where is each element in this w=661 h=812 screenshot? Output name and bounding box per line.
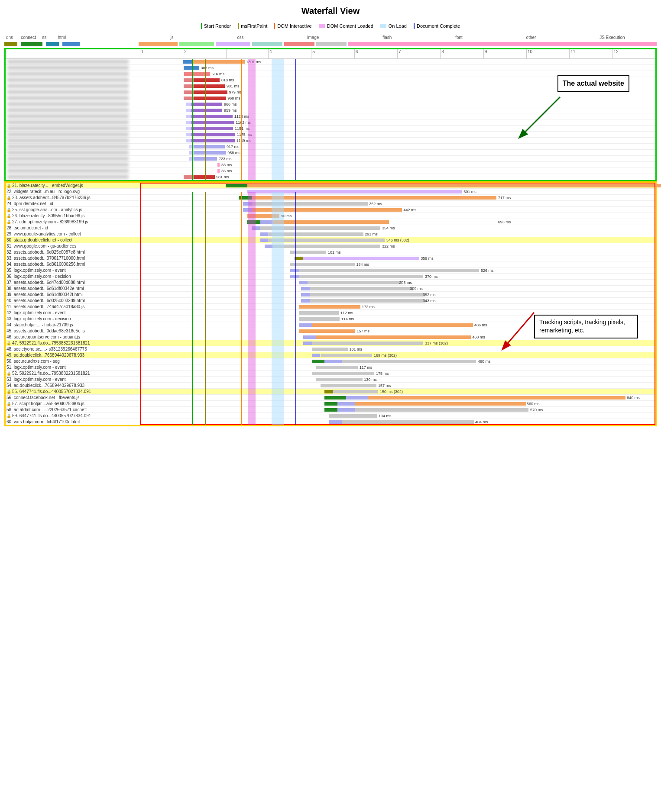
lock-icon: 🔒 bbox=[6, 196, 11, 200]
col-js-exec: JS Execution bbox=[599, 35, 625, 40]
bottom-row-32: 32. assets.adobedt...6d025c0087e8.html10… bbox=[6, 249, 655, 255]
url-text: 52. 5922921.fls.do...7953882231581821 bbox=[12, 371, 90, 376]
url-text: 23. assets.adobedt...8457a7b2476236.js bbox=[12, 195, 91, 200]
legend-start-render: Start Render bbox=[201, 23, 231, 29]
url-text: 32. assets.adobedt...6d025c0087e8.html bbox=[6, 250, 85, 255]
url-text: 33. assets.adobedt...370017710000.html bbox=[6, 256, 85, 261]
bottom-row-53: 53. logx.optimizely.com - event130 ms bbox=[6, 377, 655, 383]
url-text: 21. blaze.ratecity... - embedWidget.js bbox=[12, 183, 83, 188]
type-bar-font bbox=[284, 42, 314, 46]
top-row-2: 303 ms bbox=[6, 65, 655, 71]
url-text: 47. 5922921.fls.do...7953882231581821 bbox=[12, 341, 90, 345]
legend-bar: Start Render msFirstPaint DOM Interactiv… bbox=[4, 20, 657, 33]
bottom-row-25: 🔒25. ssl.google-ana...om - analytics.js4… bbox=[6, 207, 655, 213]
url-text: 49. ad.doubleclick...7668944029678.933 bbox=[6, 353, 84, 358]
bottom-row-51: 51. logx.optimizely.com - event117 ms bbox=[6, 364, 655, 371]
url-text: 25. ssl.google-ana...om - analytics.js bbox=[12, 207, 82, 212]
url-text: 57. script.hotjar....a558e0d025390b.js bbox=[12, 401, 84, 406]
type-bar-dns bbox=[4, 42, 17, 46]
url-text: 53. logx.optimizely.com - event bbox=[6, 377, 66, 382]
top-row-17: 723 ms bbox=[6, 156, 655, 162]
bottom-row-29: 29. www.google-analytics.com - collect29… bbox=[6, 231, 655, 237]
url-text: 31. www.google.com - ga-audiences bbox=[6, 244, 76, 248]
url-text: 38. assets.adobedt...6d61df00342e.html bbox=[6, 286, 84, 291]
col-other: other bbox=[526, 35, 536, 40]
bottom-row-35: 35. logx.optimizely.com - event526 ms bbox=[6, 267, 655, 274]
tick-10: 10 bbox=[526, 49, 569, 58]
bottom-row-23: 🔒23. assets.adobedt...8457a7b2476236.js7… bbox=[6, 195, 655, 201]
url-text: 50. secure.adnxs.com - seg bbox=[6, 359, 60, 364]
svg-line-3 bbox=[508, 313, 534, 343]
bottom-row-49: 49. ad.doubleclick...7668944029678.93316… bbox=[6, 352, 655, 358]
top-row-15: 917 ms bbox=[6, 144, 655, 150]
tick-5: 5 bbox=[311, 49, 354, 58]
lock-icon: 🔒 bbox=[6, 214, 11, 218]
url-text: 27. cdn.optimizely.com - 8269983199.js bbox=[12, 219, 88, 224]
bottom-row-39: 39. assets.adobedt...6d61df00342f.html35… bbox=[6, 292, 655, 298]
url-text: 26. blaze.ratecity...80955cf1bbac96.js bbox=[12, 213, 84, 218]
url-text: 37. assets.adobedt...6d47cd00d888.html bbox=[6, 280, 85, 285]
bottom-row-31: 31. www.google.com - ga-audiences322 ms bbox=[6, 243, 655, 249]
url-text: 36. logx.optimizely.com - decision bbox=[6, 274, 71, 279]
url-text: 35. logx.optimizely.com - event bbox=[6, 268, 66, 273]
bottom-row-59: 🔒59. 6447741.fls.do...4400557027834.0911… bbox=[6, 413, 655, 419]
col-flash: flash bbox=[382, 35, 392, 40]
lock-icon: 🔒 bbox=[6, 208, 11, 212]
tick-11: 11 bbox=[569, 49, 612, 58]
bottom-row-33: 33. assets.adobedt...370017710000.html35… bbox=[6, 255, 655, 261]
url-text: 34. assets.adobedt...6d3616000256.html bbox=[6, 262, 85, 267]
type-bar-other bbox=[316, 42, 347, 46]
annotation-actual-website: The actual website bbox=[557, 75, 629, 92]
bottom-row-24: 24. dpm.demdex.net - id352 ms bbox=[6, 201, 655, 207]
url-text: 29. www.google-analytics.com - collect bbox=[6, 232, 81, 236]
legend-document-complete: Document Complete bbox=[414, 23, 460, 29]
arrow-tracking bbox=[499, 308, 569, 351]
col-dns: dns bbox=[4, 35, 13, 40]
bottom-row-38: 38. assets.adobedt...6d61df00342e.html30… bbox=[6, 286, 655, 292]
bottom-row-56: 56. connect.facebook.net - fbevents.js84… bbox=[6, 395, 655, 401]
url-text: 60. vars.hotjar.com...fcb4f17100c.html bbox=[6, 419, 80, 424]
bottom-row-52: 🔒52. 5922921.fls.do...795388223158182117… bbox=[6, 371, 655, 377]
url-text: 44. static.hotjar.... - hotjar-21739.js bbox=[6, 322, 73, 327]
url-text: 56. connect.facebook.net - fbevents.js bbox=[6, 395, 79, 400]
bottom-row-36: 36. logx.optimizely.com - decision370 ms bbox=[6, 274, 655, 280]
bottom-row-57: 🔒57. script.hotjar....a558e0d025390b.js5… bbox=[6, 401, 655, 407]
col-ssl: ssl bbox=[42, 35, 47, 40]
top-row-1: 1301 ms bbox=[6, 59, 655, 65]
bottom-row-26: 🔒26. blaze.ratecity...80955cf1bbac96.js9… bbox=[6, 213, 655, 219]
url-text: 41. assets.adobedt...746d47ca018a80.js bbox=[6, 304, 84, 309]
bottom-section: 🔒21. blaze.ratecity... - embedWidget.js1… bbox=[4, 181, 657, 426]
bottom-row-30: 30. stats.g.doubleclick.net - collect346… bbox=[6, 237, 655, 243]
bottom-row-40: 40. assets.adobedt...6d025c0032d9.html34… bbox=[6, 298, 655, 304]
url-text: 30. stats.g.doubleclick.net - collect bbox=[6, 238, 72, 242]
tick-9: 9 bbox=[483, 49, 526, 58]
tick-6: 6 bbox=[354, 49, 397, 58]
tick-4: 4 bbox=[268, 49, 311, 58]
col-html: html bbox=[58, 35, 66, 40]
bottom-row-37: 37. assets.adobedt...6d47cd00d888.html29… bbox=[6, 280, 655, 286]
bottom-row-60: 60. vars.hotjar.com...fcb4f17100c.html40… bbox=[6, 419, 655, 425]
type-bar-js bbox=[139, 42, 178, 46]
bottom-row-28: 28. .sc.omtrdc.net - id354 ms bbox=[6, 225, 655, 231]
tick-7: 7 bbox=[397, 49, 440, 58]
type-bar-connect bbox=[21, 42, 42, 46]
bottom-row-58: 58. ad.atdmt.com - ...2202663571;cache=5… bbox=[6, 407, 655, 413]
top-row-18: 33 ms bbox=[6, 162, 655, 168]
url-text: 48. societyone.sc.....- s331239266467775 bbox=[6, 347, 87, 351]
url-text: 59. 6447741.fls.do...4400557027834.091 bbox=[12, 413, 91, 418]
page-title: Waterfall View bbox=[4, 0, 657, 20]
lock-icon: 🔒 bbox=[6, 341, 11, 345]
legend-dom-content-loaded: DOM Content Loaded bbox=[319, 23, 373, 29]
tick-2: 2 bbox=[183, 49, 226, 58]
bottom-row-50: 50. secure.adnxs.com - seg460 ms bbox=[6, 358, 655, 364]
bottom-row-54: 54. ad.doubleclick...7668944029678.93315… bbox=[6, 383, 655, 389]
type-bar-image bbox=[216, 42, 250, 46]
legend-dom-interactive: DOM Interactive bbox=[274, 23, 311, 29]
type-bar-css bbox=[179, 42, 214, 46]
lock-icon: 🔒 bbox=[6, 371, 11, 376]
type-bar-ssl bbox=[46, 42, 59, 46]
top-section: 1 2 4 5 6 7 8 9 10 11 12 bbox=[4, 48, 657, 181]
type-bar-html bbox=[62, 42, 80, 46]
url-text: 43. logx.optimizely.com - decision bbox=[6, 316, 71, 321]
lock-icon: 🔒 bbox=[6, 414, 11, 418]
